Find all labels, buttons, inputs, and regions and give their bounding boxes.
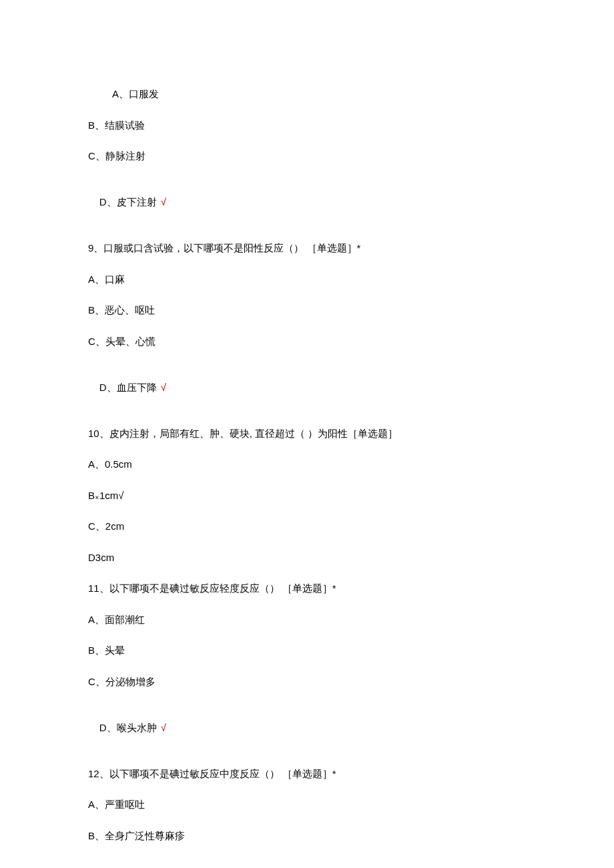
- question-12: 12、以下哪项不是碘过敏反应中度反应（） ［单选题］*: [88, 767, 526, 782]
- check-mark-icon: √: [157, 382, 166, 393]
- option-d-text: D、皮下注射: [99, 196, 157, 207]
- q12-option-a: A、严重呕吐: [88, 797, 526, 813]
- q11-option-a: A、面部潮红: [88, 612, 526, 628]
- option-c: C、静脉注射: [88, 149, 526, 164]
- q9-option-d-text: D、血压下降: [99, 382, 157, 393]
- q10-option-b: Bₓ1cm√: [88, 488, 526, 504]
- check-mark-icon: √: [157, 722, 166, 733]
- q11-option-d-text: D、喉头水肿: [99, 722, 157, 733]
- document-page: A、口服发 B、结膜试验 C、静脉注射 D、皮下注射 √ 9、口服或口含试验，以…: [0, 0, 614, 868]
- q10-option-d: D3cm: [88, 550, 526, 566]
- q11-option-b: B、头晕: [88, 643, 526, 659]
- q11-option-c: C、分泌物增多: [88, 675, 526, 690]
- option-b: B、结膜试验: [88, 118, 526, 133]
- q9-option-d: D、血压下降 √: [88, 365, 526, 410]
- q12-option-b: B、全身广泛性尊麻疹: [88, 829, 526, 844]
- q9-option-c: C、头晕、心慌: [88, 334, 526, 350]
- question-11: 11、以下哪项不是碘过敏反应轻度反应（） ［单选题］*: [88, 581, 526, 596]
- q10-option-c: C、2cm: [88, 519, 526, 534]
- question-9: 9、口服或口含试验，以下哪项不是阳性反应（） ［单选题］*: [88, 241, 526, 256]
- option-d: D、皮下注射 √: [88, 180, 526, 226]
- check-mark-icon: √: [157, 196, 166, 207]
- option-a: A、口服发: [88, 87, 526, 102]
- q11-option-d: D、喉头水肿 √: [88, 705, 526, 751]
- q9-option-b: B、恶心、呕吐: [88, 303, 526, 318]
- question-10: 10、皮内注射，局部有红、肿、硬块, 直径超过（ ）为阳性［单选题］: [88, 426, 526, 442]
- q9-option-a: A、口麻: [88, 272, 526, 288]
- q10-option-a: A、0.5cm: [88, 457, 526, 472]
